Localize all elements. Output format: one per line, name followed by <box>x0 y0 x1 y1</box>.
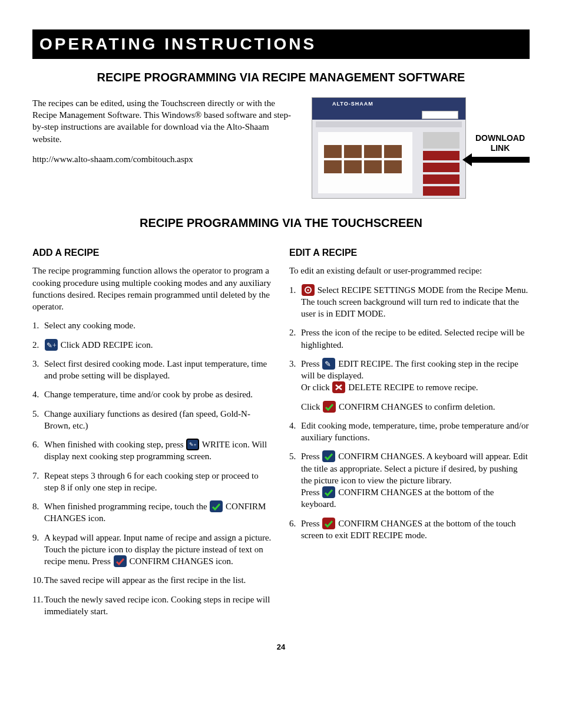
confirm-changes-icon <box>322 450 335 462</box>
add-step-2: ✎+ Click ADD RECIPE icon. <box>32 339 273 351</box>
edit-step-3-or: Or click DELETE RECIPE to remove recipe. <box>301 381 530 393</box>
add-step-5: Change auxiliary functions as desired (f… <box>32 408 273 432</box>
write-icon: ✎+ <box>186 439 199 450</box>
add-step-7: Repeat steps 3 through 6 for each cookin… <box>32 470 273 494</box>
edit-step-3-before: Press <box>301 359 322 368</box>
svg-text:✎+: ✎+ <box>189 442 197 447</box>
page-number: 24 <box>32 642 530 653</box>
add-step-10: The saved recipe will appear as the firs… <box>32 574 273 586</box>
download-arrow-icon <box>471 157 530 163</box>
download-label-line2: LINK <box>491 143 510 153</box>
edit-step-3-or-after: DELETE RECIPE to remove recipe. <box>346 383 478 392</box>
edit-recipe-icon: ✎ <box>322 358 335 370</box>
add-step-9-after: CONFIRM CHANGES icon. <box>127 556 233 566</box>
add-recipe-heading: ADD A RECIPE <box>32 246 273 259</box>
confirm-changes-icon <box>323 401 336 413</box>
add-step-8-before: When finished programming recipe, touch … <box>44 502 209 511</box>
add-step-6: When finished with cooking step, press ✎… <box>32 439 273 463</box>
add-step-6-before: When finished with cooking step, press <box>44 440 186 449</box>
edit-step-5-press-before: Press <box>301 487 322 497</box>
page-banner: OPERATING INSTRUCTIONS <box>32 29 530 59</box>
confirm-changes-icon <box>114 555 127 567</box>
edit-step-6-before: Press <box>301 519 322 528</box>
website-screenshot <box>312 97 466 199</box>
edit-step-1: Select RECIPE SETTINGS MODE from the Rec… <box>289 284 530 320</box>
download-link-label: DOWNLOAD LINK <box>471 133 530 163</box>
download-label-line1: DOWNLOAD <box>475 133 525 143</box>
add-step-3: Select first desired cooking mode. Last … <box>32 358 273 382</box>
svg-text:✎+: ✎+ <box>47 341 57 350</box>
add-step-2-text: Click ADD RECIPE icon. <box>58 340 153 350</box>
edit-step-6: Press CONFIRM CHANGES at the bottom of t… <box>289 518 530 542</box>
intro-url: http://www.alto-shaam.com/combitouch.asp… <box>32 153 300 165</box>
edit-recipe-intro: To edit an existing default or user-prog… <box>289 265 530 276</box>
add-step-8: When finished programming recipe, touch … <box>32 500 273 525</box>
confirm-changes-icon <box>210 500 223 512</box>
add-step-11: Touch the newly saved recipe icon. Cooki… <box>32 594 273 618</box>
edit-step-3-click-before: Click <box>301 402 322 411</box>
edit-step-3-click-after: CONFIRM CHANGES to confirm deletion. <box>336 402 495 411</box>
add-step-4: Change temperature, time and/or cook by … <box>32 388 273 400</box>
edit-step-3: Press ✎ EDIT RECIPE. The first cooking s… <box>289 358 530 413</box>
edit-step-5-press: Press CONFIRM CHANGES at the bottom of t… <box>301 486 530 510</box>
svg-text:✎: ✎ <box>325 360 331 368</box>
edit-recipe-steps: Select RECIPE SETTINGS MODE from the Rec… <box>289 284 530 542</box>
edit-step-5-before: Press <box>301 452 322 461</box>
intro-paragraph: The recipes can be edited, using the Tou… <box>32 97 300 145</box>
edit-step-3-click: Click CONFIRM CHANGES to confirm deletio… <box>301 401 530 413</box>
delete-recipe-icon <box>332 381 345 393</box>
intro-text-block: The recipes can be edited, using the Tou… <box>32 97 300 173</box>
svg-point-3 <box>308 289 309 291</box>
intro-row: The recipes can be edited, using the Tou… <box>32 97 530 199</box>
edit-step-2: Press the icon of the recipe to be edite… <box>289 327 530 351</box>
edit-step-4: Edit cooking mode, temperature, time, pr… <box>289 420 530 444</box>
edit-step-3-or-before: Or click <box>301 383 332 392</box>
confirm-changes-icon <box>322 518 335 529</box>
edit-recipe-heading: EDIT A RECIPE <box>289 246 530 259</box>
section-title-software: RECIPE PROGRAMMING VIA RECIPE MANAGEMENT… <box>32 70 530 85</box>
add-recipe-steps: Select any cooking mode. ✎+ Click ADD RE… <box>32 319 273 617</box>
edit-step-1-text: Select RECIPE SETTINGS MODE from the Rec… <box>301 285 528 319</box>
two-column-layout: ADD A RECIPE The recipe programming func… <box>32 243 530 624</box>
add-recipe-icon: ✎+ <box>45 339 58 351</box>
recipe-settings-icon <box>302 284 315 296</box>
add-step-9: A keypad will appear. Input name of reci… <box>32 532 273 568</box>
add-step-1: Select any cooking mode. <box>32 319 273 331</box>
section-title-touchscreen: RECIPE PROGRAMMING VIA THE TOUCHSCREEN <box>32 215 530 231</box>
edit-recipe-column: EDIT A RECIPE To edit an existing defaul… <box>289 243 530 624</box>
edit-step-5: Press CONFIRM CHANGES. A keyboard will a… <box>289 450 530 510</box>
screenshot-wrap: DOWNLOAD LINK <box>312 97 530 199</box>
add-recipe-column: ADD A RECIPE The recipe programming func… <box>32 243 273 624</box>
add-recipe-intro: The recipe programming function allows t… <box>32 265 273 312</box>
confirm-changes-icon <box>322 486 335 498</box>
